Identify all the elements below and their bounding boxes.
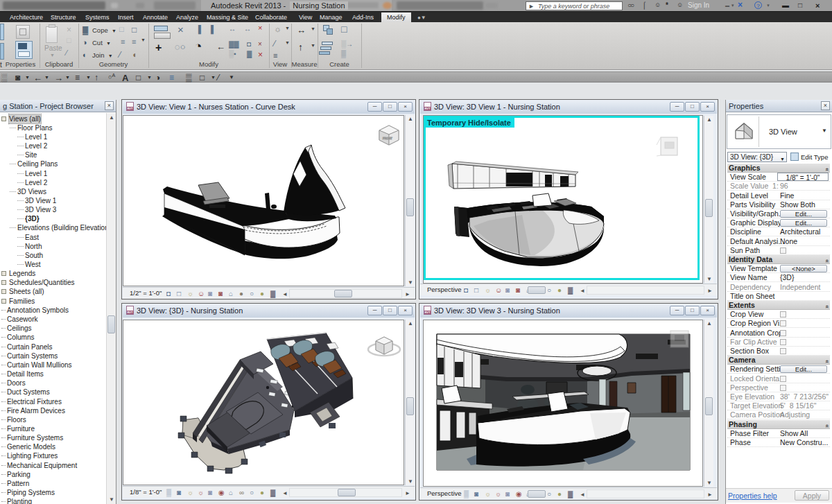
svg-text:FRONT: FRONT bbox=[383, 137, 392, 140]
